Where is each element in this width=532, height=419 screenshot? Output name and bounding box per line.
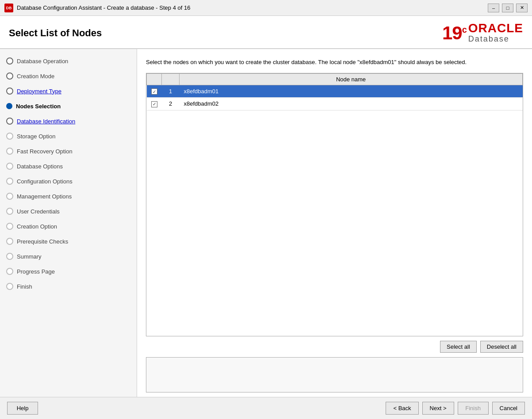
sidebar-label-user-credentials: User Credentials [17, 208, 60, 215]
sidebar-item-nodes-selection: Nodes Selection [0, 99, 137, 114]
title-bar: DB Database Configuration Assistant - Cr… [0, 0, 532, 16]
table-header-row: Node name [147, 73, 523, 85]
sidebar-item-creation-option: Creation Option [0, 219, 137, 234]
sidebar-item-finish: Finish [0, 279, 137, 294]
step-dot-user-credentials [6, 208, 13, 215]
row-number: 1 [162, 85, 180, 98]
checkbox-icon[interactable]: ✓ [151, 101, 157, 107]
page-title: Select List of Nodes [9, 27, 102, 39]
table-row[interactable]: ✓2x8efdbadm02 [147, 98, 523, 110]
select-all-button[interactable]: Select all [440, 341, 477, 353]
step-dot-database-operation [6, 57, 13, 65]
step-dot-prerequisite-checks [6, 238, 13, 245]
footer-area: Help < Back Next > Finish Cancel [0, 397, 532, 419]
sidebar-label-storage-option: Storage Option [17, 133, 55, 140]
step-dot-creation-option [6, 223, 13, 230]
sidebar-item-fast-recovery-option: Fast Recovery Option [0, 144, 137, 159]
col-checkbox [147, 73, 162, 85]
step-dot-management-options [6, 193, 13, 200]
step-dot-summary [6, 253, 13, 260]
sidebar-item-database-operation: Database Operation [0, 53, 137, 69]
step-dot-progress-page [6, 268, 13, 275]
sidebar-item-deployment-type[interactable]: Deployment Type [0, 84, 137, 99]
sidebar-label-fast-recovery-option: Fast Recovery Option [17, 148, 73, 155]
step-dot-deployment-type [6, 88, 13, 95]
sidebar-label-progress-page: Progress Page [17, 268, 55, 275]
sidebar-item-creation-mode: Creation Mode [0, 69, 137, 84]
sidebar-label-database-identification[interactable]: Database Identification [17, 118, 75, 125]
close-button[interactable]: ✕ [516, 4, 528, 12]
table-row[interactable]: ✓1x8efdbadm01 [147, 85, 523, 98]
step-dot-nodes-selection [6, 103, 12, 109]
finish-button[interactable]: Finish [458, 402, 489, 415]
row-number: 2 [162, 98, 180, 110]
sidebar-item-summary: Summary [0, 249, 137, 264]
select-buttons-row: Select all Deselect all [146, 341, 523, 353]
node-table: Node name ✓1x8efdbadm01✓2x8efdbadm02 [146, 73, 523, 110]
app-icon: DB [4, 4, 13, 12]
checkbox-icon[interactable]: ✓ [151, 88, 157, 95]
instruction-text: Select the nodes on which you want to cr… [146, 58, 523, 67]
row-node-name: x8efdbadm01 [180, 85, 523, 98]
sidebar-item-management-options: Management Options [0, 189, 137, 204]
sidebar-label-configuration-options: Configuration Options [17, 178, 73, 185]
cancel-button[interactable]: Cancel [492, 402, 525, 415]
sidebar-label-summary: Summary [17, 253, 42, 260]
sidebar-item-configuration-options: Configuration Options [0, 174, 137, 189]
sidebar-item-storage-option: Storage Option [0, 129, 137, 144]
sidebar-label-management-options: Management Options [17, 193, 72, 200]
next-button[interactable]: Next > [422, 402, 454, 415]
sidebar-label-database-options: Database Options [17, 163, 63, 170]
minimize-button[interactable]: – [488, 4, 499, 12]
sidebar-label-deployment-type[interactable]: Deployment Type [17, 88, 61, 95]
sidebar-label-nodes-selection: Nodes Selection [16, 103, 61, 110]
sidebar-label-database-operation: Database Operation [17, 58, 68, 65]
sidebar-label-prerequisite-checks: Prerequisite Checks [17, 238, 68, 245]
sidebar-item-progress-page: Progress Page [0, 264, 137, 279]
row-checkbox-cell[interactable]: ✓ [147, 85, 162, 98]
back-button[interactable]: < Back [386, 402, 418, 415]
step-dot-configuration-options [6, 178, 13, 185]
main-panel: Select the nodes on which you want to cr… [137, 49, 532, 397]
row-node-name: x8efdbadm02 [180, 98, 523, 110]
sidebar-label-creation-mode: Creation Mode [17, 73, 54, 80]
sidebar-item-database-identification[interactable]: Database Identification [0, 114, 137, 129]
col-node-name: Node name [180, 73, 523, 85]
oracle-name: ORACLE [468, 22, 523, 34]
sidebar-label-creation-option: Creation Option [17, 223, 57, 230]
footer-left: Help [7, 402, 38, 415]
oracle-logo: 19c ORACLE Database [442, 22, 523, 44]
window-controls: – □ ✕ [488, 4, 528, 12]
row-checkbox-cell[interactable]: ✓ [147, 98, 162, 110]
sidebar-item-database-options: Database Options [0, 159, 137, 174]
sidebar-label-finish: Finish [17, 283, 32, 290]
oracle-product: Database [468, 34, 509, 44]
node-table-body: ✓1x8efdbadm01✓2x8efdbadm02 [147, 85, 523, 110]
step-dot-database-options [6, 163, 13, 170]
help-button[interactable]: Help [7, 402, 38, 415]
header-area: Select List of Nodes 19c ORACLE Database [0, 16, 532, 49]
main-window: Select List of Nodes 19c ORACLE Database… [0, 16, 532, 419]
oracle-version: 19c [442, 24, 467, 42]
step-dot-creation-mode [6, 72, 13, 80]
node-table-container: Node name ✓1x8efdbadm01✓2x8efdbadm02 [146, 73, 523, 337]
step-dot-database-identification [6, 118, 13, 125]
step-dot-fast-recovery-option [6, 148, 13, 155]
maximize-button[interactable]: □ [502, 4, 513, 12]
step-dot-storage-option [6, 133, 13, 140]
sidebar: Database OperationCreation ModeDeploymen… [0, 49, 137, 397]
info-box [146, 357, 523, 392]
oracle-text-block: ORACLE Database [468, 22, 523, 44]
content-area: Database OperationCreation ModeDeploymen… [0, 49, 532, 397]
deselect-all-button[interactable]: Deselect all [480, 341, 523, 353]
step-dot-finish [6, 283, 13, 290]
sidebar-item-prerequisite-checks: Prerequisite Checks [0, 234, 137, 249]
col-num [162, 73, 180, 85]
footer-right: < Back Next > Finish Cancel [386, 402, 525, 415]
window-title: Database Configuration Assistant - Creat… [17, 4, 488, 11]
sidebar-item-user-credentials: User Credentials [0, 204, 137, 219]
